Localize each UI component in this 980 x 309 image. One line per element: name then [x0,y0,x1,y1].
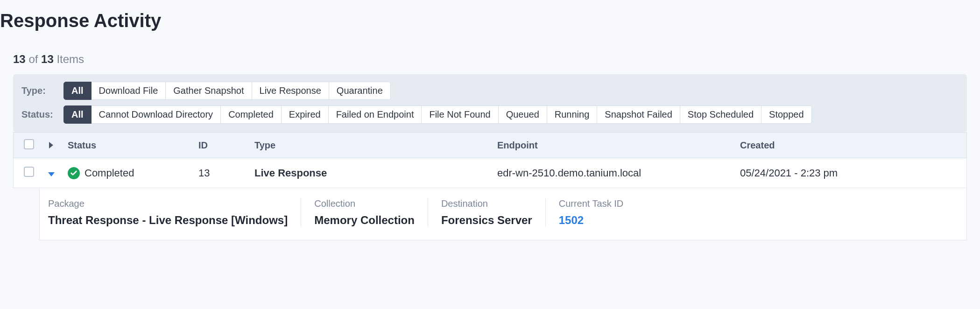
type-filter-group: All Download File Gather Snapshot Live R… [63,82,391,100]
count-of: of [28,53,38,65]
detail-destination-label: Destination [441,198,532,209]
select-all-checkbox[interactable] [24,139,34,149]
status-filter-running[interactable]: Running [547,105,598,124]
row-detail-panel: Package Threat Response - Live Response … [39,188,967,240]
filters-panel: Type: All Download File Gather Snapshot … [13,74,967,132]
status-filter-failed-on-endpoint[interactable]: Failed on Endpoint [329,105,422,124]
detail-collection-value: Memory Collection [314,214,415,227]
detail-destination-value: Forensics Server [441,214,532,227]
page-title: Response Activity [0,0,980,40]
row-status-text: Completed [85,167,134,179]
detail-collection: Collection Memory Collection [301,198,428,227]
count-items-word: Items [56,53,84,65]
col-endpoint[interactable]: Endpoint [494,140,736,151]
row-type: Live Response [251,167,494,179]
type-filter-gather-snapshot[interactable]: Gather Snapshot [166,82,252,100]
type-filter-live-response[interactable]: Live Response [252,82,329,100]
item-count: 13 of 13 Items [0,40,980,74]
type-filter-row: Type: All Download File Gather Snapshot … [21,82,959,100]
count-total: 13 [41,53,54,65]
detail-package-value: Threat Response - Live Response [Windows… [48,214,288,227]
status-filter-row: Status: All Cannot Download Directory Co… [21,105,959,124]
row-checkbox[interactable] [24,167,34,177]
status-filter-cannot-download-directory[interactable]: Cannot Download Directory [92,105,221,124]
detail-destination: Destination Forensics Server [428,198,546,227]
row-created: 05/24/2021 - 2:23 pm [736,167,923,179]
detail-task-id: Current Task ID 1502 [546,198,637,227]
type-filter-label: Type: [21,85,63,96]
status-filter-stopped[interactable]: Stopped [761,105,812,124]
status-filter-file-not-found[interactable]: File Not Found [422,105,498,124]
status-success-icon [68,167,80,179]
status-filter-queued[interactable]: Queued [499,105,547,124]
detail-collection-label: Collection [314,198,415,209]
table-row[interactable]: Completed 13 Live Response edr-wn-2510.d… [13,158,967,188]
detail-package-label: Package [48,198,288,209]
detail-package: Package Threat Response - Live Response … [48,198,301,227]
count-shown: 13 [13,53,26,65]
status-filter-all[interactable]: All [63,105,92,124]
type-filter-all[interactable]: All [63,82,92,100]
col-created[interactable]: Created [736,140,923,151]
col-id[interactable]: ID [195,140,251,151]
status-filter-group: All Cannot Download Directory Completed … [63,105,812,124]
status-filter-completed[interactable]: Completed [221,105,282,124]
detail-task-id-link[interactable]: 1502 [559,214,624,227]
row-expand-icon[interactable] [48,172,55,176]
table-header: Status ID Type Endpoint Created [13,132,967,158]
status-filter-snapshot-failed[interactable]: Snapshot Failed [597,105,680,124]
row-id: 13 [195,167,251,179]
type-filter-quarantine[interactable]: Quarantine [329,82,391,100]
col-status[interactable]: Status [64,140,195,151]
col-type[interactable]: Type [251,140,494,151]
status-filter-expired[interactable]: Expired [282,105,329,124]
type-filter-download-file[interactable]: Download File [92,82,166,100]
status-filter-label: Status: [21,109,63,120]
detail-task-id-label: Current Task ID [559,198,624,209]
status-filter-stop-scheduled[interactable]: Stop Scheduled [680,105,761,124]
activity-table: Status ID Type Endpoint Created Complete… [13,132,967,240]
expand-all-icon[interactable] [49,142,53,148]
content-area: 13 of 13 Items Type: All Download File G… [0,40,980,240]
row-endpoint: edr-wn-2510.demo.tanium.local [494,167,736,179]
